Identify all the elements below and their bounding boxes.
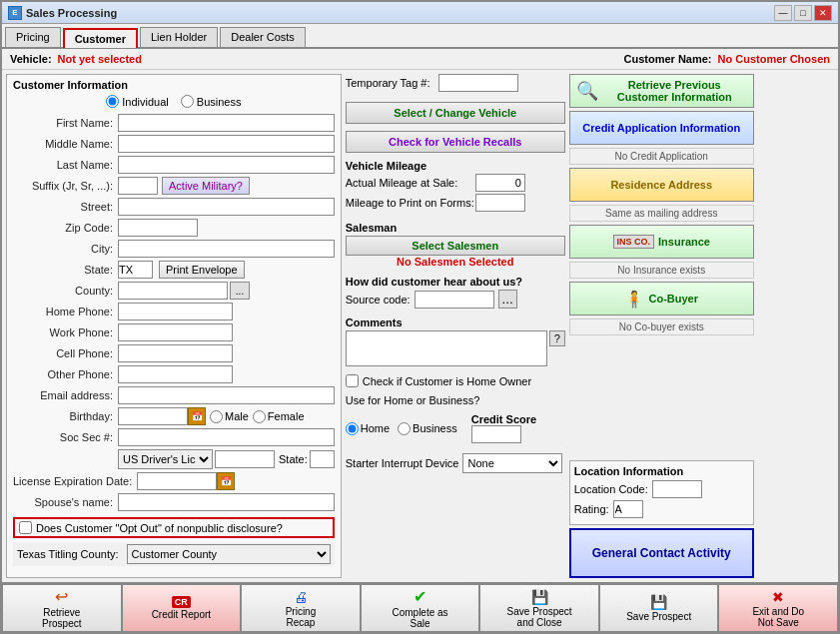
opt-out-checkbox[interactable] <box>19 521 32 534</box>
tab-customer[interactable]: Customer <box>63 28 138 48</box>
middle-panel: Temporary Tag #: Select / Change Vehicle… <box>346 74 565 578</box>
suffix-input[interactable] <box>118 177 158 195</box>
sales-processing-window: E Sales Processing — □ ✕ Pricing Custome… <box>0 0 840 634</box>
credit-report-button[interactable]: CR Credit Report <box>122 584 242 632</box>
use-label: Use for Home or Business? <box>346 394 480 406</box>
location-code-row: Location Code: <box>574 480 749 498</box>
location-code-input[interactable] <box>652 480 702 498</box>
birthday-input[interactable] <box>118 407 188 425</box>
select-salesman-button[interactable]: Select Salesmen <box>346 236 565 256</box>
save-prospect-close-button[interactable]: 💾 Save Prospectand Close <box>479 584 599 632</box>
license-type-select[interactable]: US Driver's Lic <box>118 449 213 469</box>
complete-as-sale-button[interactable]: ✔ Complete asSale <box>361 584 480 632</box>
retrieve-previous-button[interactable]: 🔍 Retrieve Previous Customer Information <box>569 74 754 108</box>
business-radio[interactable] <box>181 95 194 108</box>
credit-report-icon: CR <box>172 596 191 608</box>
home-biz-options: Home Business Credit Score <box>346 413 565 443</box>
home-phone-row: Home Phone: <box>13 303 335 320</box>
mileage-forms-row: Mileage to Print on Forms: <box>346 194 565 212</box>
tab-dealer-costs[interactable]: Dealer Costs <box>220 27 306 47</box>
tab-pricing[interactable]: Pricing <box>5 27 61 47</box>
hear-section: How did customer hear about us? Source c… <box>346 276 565 309</box>
comments-textarea[interactable] <box>346 330 547 366</box>
state-input[interactable] <box>118 261 153 279</box>
title-bar-controls: — □ ✕ <box>774 5 832 21</box>
titling-county-select[interactable]: Customer County <box>127 544 331 564</box>
maximize-button[interactable]: □ <box>794 5 812 21</box>
license-exp-input[interactable] <box>137 472 217 490</box>
starter-select[interactable]: None <box>462 453 562 473</box>
female-radio[interactable] <box>253 410 266 423</box>
actual-mileage-row: Actual Mileage at Sale: <box>346 174 565 192</box>
male-radio[interactable] <box>210 410 223 423</box>
individual-option[interactable]: Individual <box>106 95 168 108</box>
street-input[interactable] <box>118 198 335 216</box>
titling-label: Texas Titling County: <box>17 548 119 560</box>
home-phone-label: Home Phone: <box>13 306 118 317</box>
co-buyer-label: Co-Buyer <box>648 293 698 305</box>
homeowner-checkbox[interactable] <box>346 374 359 387</box>
source-ellipsis-button[interactable]: ... <box>498 290 517 309</box>
print-envelope-button[interactable]: Print Envelope <box>159 261 245 279</box>
exit-do-not-save-button[interactable]: ✖ Exit and DoNot Save <box>718 584 838 632</box>
spouse-input[interactable] <box>118 493 335 511</box>
home-option[interactable]: Home <box>346 422 390 435</box>
license-number-input[interactable] <box>215 450 275 468</box>
city-input[interactable] <box>118 240 335 258</box>
minimize-button[interactable]: — <box>774 5 792 21</box>
mileage-forms-input[interactable] <box>475 194 525 212</box>
select-vehicle-button[interactable]: Select / Change Vehicle <box>346 102 565 124</box>
work-phone-row: Work Phone: <box>13 323 335 341</box>
source-input[interactable] <box>415 291 494 309</box>
homeowner-row: Check if Customer is Home Owner <box>346 374 565 387</box>
last-name-input[interactable] <box>118 156 335 174</box>
birthday-calendar-icon[interactable]: 📅 <box>188 407 206 425</box>
zip-input[interactable] <box>118 219 198 237</box>
license-exp-calendar-icon[interactable]: 📅 <box>217 472 235 490</box>
credit-score-label: Credit Score <box>471 413 536 425</box>
no-cobuyer-status: No Co-buyer exists <box>569 318 754 335</box>
email-input[interactable] <box>118 386 335 404</box>
rating-input[interactable] <box>613 500 643 518</box>
soc-sec-input[interactable] <box>118 428 335 446</box>
male-option[interactable]: Male <box>210 410 249 423</box>
home-radio[interactable] <box>346 422 359 435</box>
residence-address-button[interactable]: Residence Address <box>569 168 754 202</box>
retrieve-prospect-button[interactable]: ↩ RetrieveProspect <box>2 584 122 632</box>
home-phone-input[interactable] <box>118 303 233 320</box>
work-phone-input[interactable] <box>118 323 233 341</box>
credit-score-input[interactable] <box>471 425 521 443</box>
county-input[interactable] <box>118 282 228 300</box>
business-use-radio[interactable] <box>398 422 411 435</box>
complete-label: Complete asSale <box>392 607 447 629</box>
active-military-button[interactable]: Active Military? <box>162 177 250 195</box>
pricing-recap-button[interactable]: 🖨 PricingRecap <box>241 584 361 632</box>
actual-mileage-input[interactable] <box>475 174 525 192</box>
save-prospect-button[interactable]: 💾 Save Prospect <box>599 584 719 632</box>
co-buyer-button[interactable]: 🧍 Co-Buyer <box>569 282 754 316</box>
middle-name-input[interactable] <box>118 135 335 153</box>
individual-radio[interactable] <box>106 95 119 108</box>
close-button[interactable]: ✕ <box>814 5 832 21</box>
cell-phone-input[interactable] <box>118 344 233 362</box>
exit-icon: ✖ <box>772 589 784 605</box>
business-option[interactable]: Business <box>181 95 242 108</box>
spouse-label: Spouse's name: <box>13 496 118 508</box>
county-ellipsis-button[interactable]: ... <box>230 282 250 300</box>
vehicle-label: Vehicle: <box>10 53 52 65</box>
check-recalls-button[interactable]: Check for Vehicle Recalls <box>346 131 565 153</box>
email-row: Email address: <box>13 386 335 404</box>
other-phone-input[interactable] <box>118 365 233 383</box>
temp-tag-input[interactable] <box>438 74 518 92</box>
business-use-option[interactable]: Business <box>398 422 457 435</box>
first-name-label: First Name: <box>13 117 118 129</box>
credit-application-button[interactable]: Credit Application Information <box>569 111 754 145</box>
general-contact-button[interactable]: General Contact Activity <box>569 528 754 578</box>
tab-lien-holder[interactable]: Lien Holder <box>140 27 218 47</box>
license-state-input[interactable] <box>310 450 335 468</box>
city-row: City: <box>13 240 335 258</box>
insurance-button[interactable]: INS CO. Insurance <box>569 225 754 259</box>
first-name-input[interactable] <box>118 114 335 132</box>
comments-question-button[interactable]: ? <box>549 330 565 346</box>
female-option[interactable]: Female <box>253 410 305 423</box>
